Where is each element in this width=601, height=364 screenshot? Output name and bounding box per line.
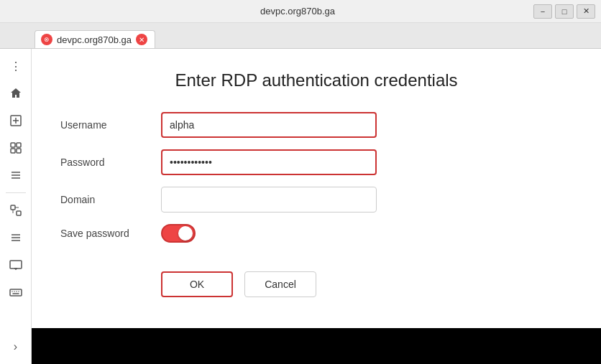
sidebar-divider (6, 192, 26, 193)
tab-bar: ⊗ devpc.org870b.ga ✕ (0, 23, 601, 49)
sidebar-select-icon[interactable] (4, 136, 27, 159)
username-label: Username (60, 119, 161, 131)
cancel-button[interactable]: Cancel (244, 271, 316, 297)
domain-row: Domain (60, 187, 572, 213)
sidebar-screen-icon[interactable] (4, 253, 27, 276)
sidebar-add-icon[interactable] (4, 109, 27, 132)
title-bar-controls: − □ ✕ (533, 4, 595, 19)
sidebar-menu-icon[interactable]: ⋮ (4, 55, 27, 78)
username-row: Username (60, 112, 572, 138)
sidebar-list-icon[interactable] (4, 164, 27, 187)
minimize-button[interactable]: − (533, 4, 552, 19)
close-button[interactable]: ✕ (577, 4, 595, 19)
password-row: Password (60, 149, 572, 175)
svg-rect-3 (11, 143, 15, 147)
username-input[interactable] (161, 112, 377, 138)
content-area: Enter RDP authentication credentials Use… (32, 49, 601, 364)
svg-rect-20 (10, 289, 22, 296)
sidebar: ⋮ (0, 49, 32, 364)
tab-favicon: ⊗ (41, 34, 52, 45)
save-password-toggle[interactable] (161, 224, 196, 243)
svg-rect-17 (10, 261, 22, 269)
domain-label: Domain (60, 194, 161, 205)
dialog-title: Enter RDP authentication credentials (60, 70, 572, 90)
sidebar-expand-icon[interactable]: › (4, 335, 27, 358)
domain-input[interactable] (161, 187, 377, 213)
password-input[interactable] (161, 149, 377, 175)
title-bar: devpc.org870b.ga − □ ✕ (0, 0, 601, 23)
save-password-row: Save password (60, 224, 572, 243)
browser-tab[interactable]: ⊗ devpc.org870b.ga ✕ (35, 30, 155, 48)
tab-label: devpc.org870b.ga (57, 34, 132, 45)
bottom-bar (32, 328, 601, 364)
svg-rect-6 (17, 149, 21, 153)
main-layout: ⋮ (0, 49, 601, 364)
svg-rect-10 (11, 205, 15, 210)
password-label: Password (60, 157, 161, 168)
save-password-toggle-wrapper (161, 224, 196, 243)
tab-close-button[interactable]: ✕ (136, 34, 147, 45)
sidebar-resize-icon[interactable] (4, 199, 27, 222)
svg-rect-11 (17, 211, 21, 215)
ok-button[interactable]: OK (161, 271, 233, 297)
sidebar-home-icon[interactable] (4, 82, 27, 105)
title-bar-title: devpc.org870b.ga (62, 6, 533, 17)
maximize-button[interactable]: □ (555, 4, 574, 19)
save-password-label: Save password (60, 228, 161, 239)
toggle-knob (178, 226, 193, 241)
svg-rect-4 (17, 143, 21, 147)
svg-rect-5 (11, 149, 15, 153)
sidebar-menu2-icon[interactable] (4, 226, 27, 249)
dialog-area: Enter RDP authentication credentials Use… (32, 49, 601, 328)
button-row: OK Cancel (60, 271, 572, 297)
sidebar-keyboard-icon[interactable] (4, 281, 27, 304)
